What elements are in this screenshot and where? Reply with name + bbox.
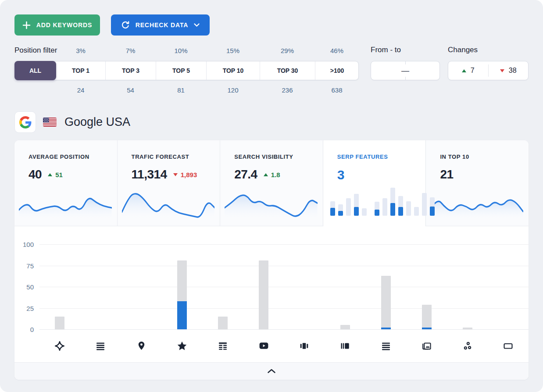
ads-icon	[503, 341, 514, 351]
tab-top-1[interactable]: TOP 1	[56, 61, 105, 80]
tab-label: TOP 30	[277, 67, 298, 74]
x-axis-category	[325, 341, 365, 351]
stat-card-label: SEARCH VISIBILITY	[234, 153, 323, 160]
video-icon	[258, 340, 269, 351]
percent-cells: 3%7%10%15%29%46%	[56, 47, 359, 54]
bar-column	[406, 244, 447, 329]
chart-bar[interactable]	[218, 317, 228, 329]
bar-column	[39, 244, 80, 329]
keywords-overview-card: AVERAGE POSITION4051TRAFIC FORECAST11,31…	[14, 140, 529, 380]
changes-down[interactable]: 38	[489, 67, 529, 75]
y-axis-tick: 25	[14, 304, 34, 312]
y-axis-tick: 50	[14, 283, 34, 291]
chart-bar[interactable]	[381, 276, 391, 329]
changes-label: Changes	[448, 46, 529, 55]
serp-mini-bar-chart	[330, 187, 417, 216]
position-filter-percent-row: Position filter 3%7%10%15%29%46%	[14, 46, 359, 55]
tab-count: 120	[206, 86, 260, 95]
changes-down-value: 38	[509, 67, 517, 75]
tab-percent: 10%	[156, 47, 206, 54]
position-filter: Position filter 3%7%10%15%29%46% ALLTOP …	[14, 46, 359, 95]
tab-top-5[interactable]: TOP 5	[156, 61, 206, 80]
chart-bar[interactable]	[422, 305, 432, 329]
from-to-placeholder: —	[401, 66, 409, 75]
tab-count: 236	[260, 86, 315, 95]
triangle-up-icon	[264, 173, 268, 176]
mini-bar	[406, 201, 411, 216]
chart-bar[interactable]	[55, 317, 64, 329]
tab-100[interactable]: >100	[315, 61, 359, 80]
stat-card-average-position[interactable]: AVERAGE POSITION4051	[14, 140, 118, 226]
carousel-icon	[299, 341, 310, 351]
stat-card-serp-features[interactable]: SERP FEATURES3	[323, 140, 426, 226]
stat-card-delta: 1.8	[271, 171, 280, 178]
changes-up[interactable]: 7	[448, 67, 488, 75]
tab-percent: 46%	[315, 47, 359, 54]
stat-card-value: 27.4	[234, 167, 257, 182]
google-logo-icon	[14, 111, 36, 133]
mini-bar	[354, 194, 359, 216]
chart-bar[interactable]	[259, 260, 268, 329]
featured-snippet-icon	[54, 340, 65, 352]
mini-bar	[398, 196, 403, 216]
chart-x-axis-icons	[39, 329, 529, 362]
reviews-icon	[176, 340, 188, 352]
us-flag-icon	[43, 118, 57, 127]
stat-card-traffic-forecast[interactable]: TRAFIC FORECAST11,3141,893	[118, 140, 221, 226]
changes-filter: Changes 7 38	[448, 46, 529, 80]
x-axis-category	[406, 340, 447, 351]
chevron-up-icon	[267, 369, 276, 374]
tab-percent: 3%	[56, 47, 105, 54]
knowledge-panel-icon	[339, 341, 350, 351]
stat-card-value: 11,314	[132, 167, 167, 182]
tab-percent: 29%	[260, 47, 315, 54]
sparkline-chart	[19, 189, 112, 221]
chart-bar[interactable]	[340, 325, 350, 329]
bar-column	[121, 244, 162, 329]
tab-top-10[interactable]: TOP 10	[206, 61, 260, 80]
stat-card-delta: 1,893	[181, 171, 197, 178]
tab-label: TOP 10	[223, 67, 244, 74]
add-keywords-button[interactable]: ADD KEYWORDS	[14, 14, 100, 36]
position-filter-count-row: 245481120236638	[14, 86, 359, 95]
x-axis-category	[447, 341, 488, 351]
input-divider	[405, 77, 406, 80]
tab-top-3[interactable]: TOP 3	[105, 61, 156, 80]
mini-bar	[390, 188, 395, 216]
recheck-data-label: RECHECK DATA	[136, 21, 189, 29]
tab-label: ALL	[29, 67, 41, 74]
mini-bar	[362, 208, 367, 216]
recheck-data-button[interactable]: RECHECK DATA	[111, 14, 210, 36]
from-to-input[interactable]: —	[371, 61, 440, 80]
rank-tracker-dashboard: ADD KEYWORDS RECHECK DATA Position filte…	[0, 0, 543, 392]
mini-bar	[422, 193, 427, 216]
stat-card-label: IN TOP 10	[440, 153, 529, 160]
tab-label: TOP 5	[172, 67, 190, 74]
mini-bar	[382, 198, 387, 216]
tab-label: TOP 3	[122, 67, 139, 74]
tab-all[interactable]: ALL	[14, 61, 56, 80]
search-engine-row[interactable]: Google USA	[14, 111, 130, 133]
serp-features-chart: 1007550250	[14, 226, 529, 380]
x-axis-category	[488, 341, 529, 351]
chart-bar[interactable]	[177, 260, 187, 329]
bar-column	[365, 244, 406, 329]
tab-top-30[interactable]: TOP 30	[260, 61, 315, 80]
sparkline-chart	[122, 189, 215, 221]
mini-bar	[330, 201, 335, 216]
stat-card-label: TRAFIC FORECAST	[132, 153, 220, 160]
stat-card-in-top-10[interactable]: IN TOP 1021	[426, 140, 529, 226]
search-engine-title: Google USA	[64, 115, 130, 129]
refresh-icon	[121, 21, 130, 29]
tab-count: 24	[56, 86, 105, 95]
x-axis-category	[162, 340, 203, 352]
stat-card-search-visibility[interactable]: SEARCH VISIBILITY27.41.8	[220, 140, 323, 226]
chevron-down-icon[interactable]	[194, 23, 200, 27]
count-row-spacer	[14, 86, 56, 95]
changes-box: 7 38	[448, 61, 529, 80]
changes-up-value: 7	[471, 67, 475, 75]
bar-column	[488, 244, 529, 329]
collapse-bar[interactable]	[14, 362, 529, 380]
triangle-up-icon	[462, 69, 466, 72]
tab-count: 54	[105, 86, 156, 95]
